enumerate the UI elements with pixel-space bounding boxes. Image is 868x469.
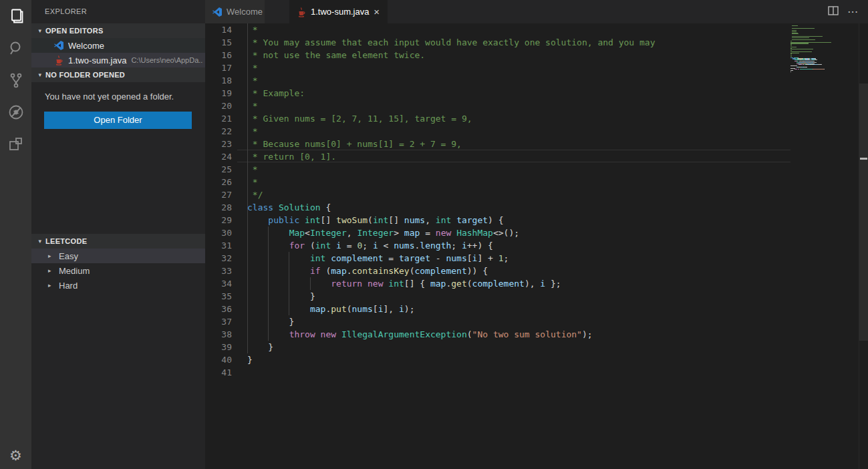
split-editor-icon	[828, 6, 839, 18]
leetcode-item-medium[interactable]: ▸ Medium	[31, 263, 205, 278]
tree-item-label: Hard	[59, 281, 78, 291]
line-number: 27	[205, 188, 232, 201]
chevron-right-icon: ▸	[48, 253, 59, 259]
line-number: 40	[205, 353, 232, 366]
code-line[interactable]: *	[247, 125, 790, 138]
code-line[interactable]: * Because nums[0] + nums[1] = 2 + 7 = 9,	[247, 138, 790, 150]
leetcode-item-hard[interactable]: ▸ Hard	[31, 278, 205, 293]
code-line[interactable]: * not use the same element twice.	[247, 49, 790, 61]
tab-welcome[interactable]: Welcome	[205, 0, 265, 23]
code-line[interactable]: }	[247, 353, 790, 366]
tab-two-sum-java[interactable]: 1.two-sum.java ×	[289, 0, 388, 23]
line-number: 18	[205, 74, 232, 87]
line-number: 30	[205, 226, 232, 239]
code-line[interactable]: *	[247, 74, 790, 87]
line-number: 28	[205, 201, 232, 214]
debug-icon	[7, 104, 25, 121]
no-folder-section-header[interactable]: ▾ NO FOLDER OPENED	[31, 67, 205, 82]
line-number: 26	[205, 176, 232, 188]
sidebar-title: EXPLORER	[31, 0, 205, 23]
source-control-icon	[7, 71, 25, 89]
explorer-view-button[interactable]	[0, 0, 31, 32]
open-editor-item-two-sum[interactable]: 1.two-sum.java C:\Users\neo\AppDa..	[31, 53, 205, 67]
code-line[interactable]: * Given nums = [2, 7, 11, 15], target = …	[247, 112, 790, 125]
scrollbar-slider[interactable]	[859, 84, 868, 341]
files-icon	[7, 7, 25, 25]
code-line[interactable]: public int[] twoSum(int[] nums, int targ…	[247, 214, 790, 226]
minimap[interactable]	[790, 23, 859, 469]
code-line[interactable]: */	[247, 188, 790, 201]
code-line[interactable]: *	[247, 100, 790, 112]
code-line[interactable]	[247, 366, 790, 379]
code-content[interactable]: * * You may assume that each input would…	[237, 23, 790, 379]
code-line[interactable]: *	[247, 23, 790, 36]
leetcode-section-header[interactable]: ▾ LEETCODE	[31, 234, 205, 249]
more-actions-icon: ···	[848, 7, 859, 16]
section-label: LEETCODE	[45, 237, 87, 245]
line-number: 22	[205, 125, 232, 138]
leetcode-item-easy[interactable]: ▸ Easy	[31, 249, 205, 263]
tab-bar: Welcome 1.two-sum.java ×	[205, 0, 868, 23]
line-number: 20	[205, 100, 232, 112]
code-line[interactable]: for (int i = 0; i < nums.length; i++) {	[247, 239, 790, 252]
code-line[interactable]: throw new IllegalArgumentException("No t…	[247, 328, 790, 341]
section-expanded-icon: ▾	[35, 238, 45, 245]
search-view-button[interactable]	[0, 32, 31, 64]
line-number: 23	[205, 138, 232, 150]
extensions-view-button[interactable]	[0, 128, 31, 160]
line-number: 17	[205, 61, 232, 74]
open-editors-section-header[interactable]: ▾ OPEN EDITORS	[31, 23, 205, 38]
debug-view-button[interactable]	[0, 96, 31, 128]
java-icon	[296, 7, 307, 17]
code-line[interactable]: *	[247, 61, 790, 74]
open-folder-button[interactable]: Open Folder	[44, 112, 192, 129]
editor-actions: ···	[828, 0, 868, 23]
vscode-window: ⚙ EXPLORER ▾ OPEN EDITORS Welcome	[0, 0, 868, 469]
code-line[interactable]: * You may assume that each input would h…	[247, 36, 790, 49]
tree-item-label: Medium	[59, 266, 90, 276]
editor-group: Welcome 1.two-sum.java ×	[205, 0, 868, 469]
java-icon	[53, 55, 64, 65]
tab-gap	[265, 0, 289, 23]
tab-label: 1.two-sum.java	[311, 7, 369, 17]
vscode-icon	[53, 40, 64, 51]
code-line[interactable]: int complement = target - nums[i] + 1;	[247, 252, 790, 265]
code-line[interactable]: }	[247, 341, 790, 353]
search-icon	[7, 39, 25, 57]
explorer-sidebar: EXPLORER ▾ OPEN EDITORS Welcome	[31, 0, 205, 469]
line-number: 29	[205, 214, 232, 226]
split-editor-button[interactable]	[828, 6, 839, 18]
code-line[interactable]: *	[247, 163, 790, 176]
source-control-view-button[interactable]	[0, 64, 31, 96]
tab-label: Welcome	[227, 7, 263, 17]
line-number: 31	[205, 239, 232, 252]
code-line[interactable]: return new int[] { map.get(complement), …	[247, 277, 790, 290]
vertical-scrollbar[interactable]	[859, 23, 868, 469]
code-line[interactable]: if (map.containsKey(complement)) {	[247, 265, 790, 277]
code-line[interactable]: }	[247, 315, 790, 328]
vscode-icon	[212, 7, 223, 17]
minimap-line	[790, 73, 859, 73]
line-number: 39	[205, 341, 232, 353]
code-line[interactable]: * return [0, 1].	[247, 150, 790, 163]
code-line[interactable]: * Example:	[247, 87, 790, 100]
line-number: 19	[205, 87, 232, 100]
line-number: 24	[205, 150, 232, 163]
activity-bar: ⚙	[0, 0, 31, 469]
more-actions-button[interactable]: ···	[848, 7, 859, 16]
code-editor[interactable]: 1415161718192021222324252627282930313233…	[205, 23, 868, 469]
code-line[interactable]: map.put(nums[i], i);	[247, 303, 790, 315]
section-expanded-icon: ▾	[35, 71, 45, 78]
code-line[interactable]: class Solution {	[247, 201, 790, 214]
line-number: 32	[205, 252, 232, 265]
settings-button[interactable]: ⚙	[0, 446, 31, 465]
code-line[interactable]: Map<Integer, Integer> map = new HashMap<…	[247, 226, 790, 239]
line-number: 33	[205, 265, 232, 277]
tree-item-label: Easy	[59, 251, 78, 261]
open-editor-label: Welcome	[68, 41, 104, 51]
line-number: 36	[205, 303, 232, 315]
code-line[interactable]: }	[247, 290, 790, 303]
code-line[interactable]: *	[247, 176, 790, 188]
close-icon[interactable]: ×	[372, 7, 381, 17]
open-editor-item-welcome[interactable]: Welcome	[31, 38, 205, 53]
